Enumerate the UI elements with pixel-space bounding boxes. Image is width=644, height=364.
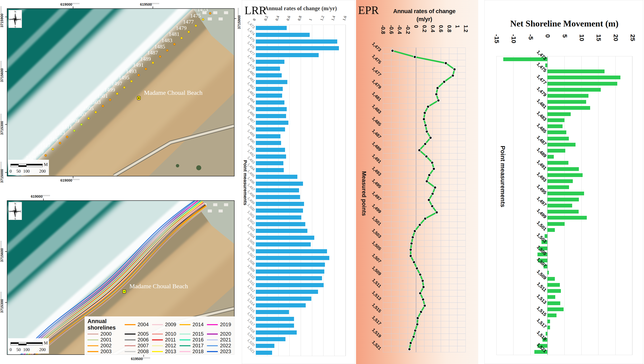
- shoreline-point-label: 1479: [176, 25, 187, 31]
- bar-1514: [256, 303, 306, 308]
- map-coord-right: 3715900000000: [237, 5, 241, 32]
- compass-s-letter: S: [15, 25, 16, 28]
- bar-1518: [546, 332, 547, 336]
- legend-year-label: 2019: [220, 322, 231, 328]
- map-coord-left: 3715300000000: [0, 110, 4, 138]
- legend-item-2021: 2021: [207, 337, 235, 343]
- map-top-frame: 1473147514771479148114831485148714891491…: [7, 8, 235, 176]
- bar-1499: [547, 216, 587, 220]
- map-coord-left: 3715900000000: [0, 3, 4, 30]
- shoreline-point: [123, 86, 126, 89]
- coord-tick: [5, 17, 7, 17]
- epr-data-point: [423, 304, 426, 307]
- bar-1514: [547, 308, 564, 311]
- map-satellite-points: 1473147514771479148114831485148714891491…: [0, 0, 242, 183]
- epr-plot: [383, 48, 466, 352]
- bar-1498: [547, 210, 579, 214]
- scale-tick-label: 50: [16, 347, 21, 352]
- legend-item-2010: 2010: [152, 331, 180, 337]
- bar-1499: [256, 202, 304, 206]
- shoreline-point-label: 1507: [76, 112, 87, 118]
- legend-year-label: 2008: [138, 348, 149, 354]
- legend-swatch: [125, 339, 136, 340]
- epr-data-point: [420, 310, 422, 313]
- legend-year-label: 2012: [165, 343, 176, 348]
- epr-data-point: [451, 74, 454, 77]
- legend-year-label: 2022: [220, 343, 231, 348]
- x-tick-label: 0.8: [297, 15, 303, 21]
- shoreline-point-label: 1497: [112, 80, 122, 86]
- shoreline-point: [188, 31, 190, 33]
- bar-1510: [547, 283, 560, 287]
- legend-item-2004: 2004: [125, 318, 152, 331]
- epr-data-point: [409, 255, 412, 257]
- epr-data-point: [431, 161, 433, 164]
- epr-data-point: [423, 112, 426, 114]
- compass-w-letter: W: [9, 210, 11, 213]
- legend-year-label: 2011: [165, 337, 176, 343]
- bar-1497: [547, 204, 572, 208]
- shoreline-point: [180, 37, 183, 39]
- epr-data-point: [425, 155, 428, 158]
- map-coord-left: 3715300000000: [0, 289, 4, 316]
- legend-swatch: [207, 324, 218, 325]
- epr-data-point: [423, 118, 425, 120]
- location-marker-dot: [124, 291, 125, 292]
- map-coord-left: 3715600000000: [0, 238, 4, 265]
- bar-1492: [256, 154, 286, 158]
- epr-data-point: [409, 248, 412, 251]
- legend-item-2022: 2022: [207, 343, 235, 348]
- bar-1480: [547, 100, 586, 104]
- scale-unit-label: M: [44, 162, 48, 167]
- shoreline-point: [173, 43, 176, 45]
- annual-shorelines-legend: Annual shorelines20002001200220032004200…: [85, 316, 237, 355]
- map-coord-top: 619000000000: [31, 194, 50, 199]
- shoreline-point: [116, 92, 118, 95]
- legend-item-2015: 2015: [180, 331, 207, 337]
- bar-1486: [547, 137, 569, 140]
- bar-1496: [256, 182, 303, 186]
- legend-swatch: [180, 324, 190, 325]
- bar-1479: [256, 66, 280, 71]
- bar-1482: [547, 112, 571, 116]
- building: [213, 203, 217, 206]
- shoreline-point: [109, 99, 111, 101]
- bar-1500: [547, 222, 565, 226]
- coord-tick: [73, 6, 73, 8]
- epr-data-point: [427, 106, 429, 108]
- bar-1477: [256, 53, 319, 57]
- shoreline-point-label: 1495: [119, 74, 130, 80]
- bar-1475: [547, 70, 604, 73]
- epr-data-point: [434, 186, 436, 189]
- bar-1507: [256, 256, 329, 260]
- bar-1503: [256, 229, 307, 233]
- gridline: [598, 56, 598, 355]
- x-tick-label: 1: [454, 25, 460, 28]
- legend-year-label: 2017: [193, 343, 204, 348]
- place-label: Madame Choual Beach: [130, 282, 188, 290]
- x-tick-label: 1.4: [330, 15, 336, 21]
- bar-1485: [547, 130, 566, 134]
- shoreline-point: [102, 105, 104, 107]
- bar-1474: [545, 64, 547, 67]
- building: [213, 11, 217, 14]
- legend-swatch: [207, 345, 218, 346]
- shoreline-point: [45, 154, 47, 156]
- legend-year-label: 2002: [101, 343, 112, 348]
- nsm-chart-panel: Net Shoreline Movement (m) Point measure…: [484, 0, 643, 364]
- shoreline-point: [195, 25, 197, 27]
- building: [219, 18, 223, 20]
- bar-1508: [547, 271, 549, 274]
- bar-1511: [256, 283, 324, 287]
- bar-1518: [256, 330, 297, 334]
- epr-data-point: [437, 99, 440, 102]
- legend-item-2012: 2012: [152, 343, 180, 348]
- bar-1484: [547, 124, 562, 128]
- legend-year-label: 2014: [193, 322, 204, 328]
- epr-data-point: [429, 136, 432, 139]
- bar-1492: [547, 173, 583, 177]
- bar-1516: [256, 317, 294, 321]
- scale-bar-segment: [19, 344, 27, 345]
- epr-data-point: [431, 192, 434, 195]
- epr-data-point: [422, 286, 425, 288]
